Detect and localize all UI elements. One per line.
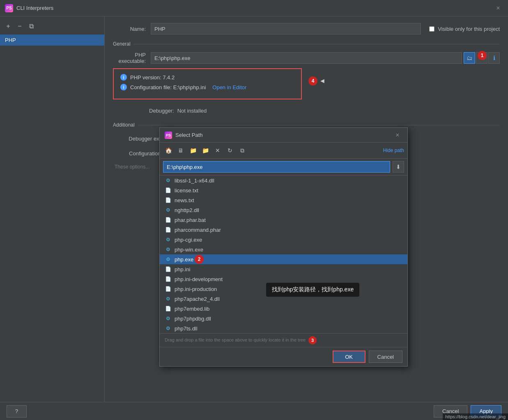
file-icon-exe-selected: ⚙ [165, 256, 171, 263]
list-item[interactable]: 📄 php7embed.lib [160, 304, 407, 314]
list-item[interactable]: ⚙ libssl-1_1-x64.dll [160, 175, 407, 185]
window-title: CLI Interpreters [16, 5, 53, 11]
delete-button[interactable]: ✕ [212, 145, 223, 156]
debugger-row: Debugger: Not installed [113, 108, 500, 114]
list-item[interactable]: 📄 phar.phar.bat [160, 215, 407, 225]
dialog-title-bar: PS Select Path × [160, 128, 407, 143]
file-name: php.ini-development [175, 276, 223, 282]
file-icon-lib: 📄 [165, 305, 171, 312]
list-item-php-exe[interactable]: ⚙ php.exe 2 [160, 254, 407, 264]
list-item[interactable]: ⚙ nghttp2.dll [160, 205, 407, 215]
file-name: php-win.exe [175, 247, 203, 253]
folder-button[interactable]: 📁 [188, 145, 198, 156]
cancel-dialog-button[interactable]: Cancel [369, 351, 402, 363]
file-list: ⚙ libssl-1_1-x64.dll 📄 license.txt 📄 new… [160, 175, 407, 333]
file-name: php-cgi.exe [175, 237, 202, 243]
badge-1: 1 [478, 51, 487, 60]
php-executable-row: PHP executable: 🗂 ↻ ℹ 1 [113, 52, 500, 64]
file-name: php.ini [175, 266, 190, 272]
arrow-icon: ◄ [319, 77, 326, 85]
link-button[interactable]: ⧉ [237, 145, 248, 156]
general-section-header: General [113, 41, 500, 47]
sidebar-toolbar: + − ⧉ [0, 20, 104, 35]
file-name: news.txt [175, 197, 194, 203]
file-name: license.txt [175, 187, 198, 194]
file-icon-exe: ⚙ [165, 246, 171, 253]
file-name-php-exe: php.exe [175, 256, 193, 263]
file-name: libssl-1_1-x64.dll [175, 178, 214, 184]
list-item[interactable]: ⚙ php7apache2_4.dll [160, 294, 407, 304]
list-item[interactable]: 📄 php.ini [160, 264, 407, 274]
list-item[interactable]: 📄 license.txt [160, 185, 407, 195]
file-icon-dll4: ⚙ [165, 325, 171, 332]
dialog-toolbar: 🏠 🖥 📁 📁 ✕ ↻ ⧉ Hide path [160, 143, 407, 159]
file-name: php7phpdbg.dll [175, 316, 211, 322]
file-icon-dll: ⚙ [165, 177, 171, 184]
list-item[interactable]: ⚙ php7phpdbg.dll [160, 314, 407, 323]
dialog-close-button[interactable]: × [393, 130, 402, 140]
visible-checkbox-label: Visible only for this project [429, 26, 500, 32]
name-row: Name: Visible only for this project [113, 23, 500, 35]
file-icon-phar: 📄 [165, 226, 171, 233]
status-text: Drag and drop a file into the space abov… [165, 337, 306, 342]
visible-checkbox[interactable] [429, 26, 434, 32]
list-item[interactable]: 📄 php.ini-production [160, 284, 407, 294]
sidebar: + − ⧉ PHP [0, 16, 105, 402]
info-php-button[interactable]: ℹ [488, 52, 500, 64]
php-version-row: i PHP version: 7.4.2 [120, 74, 294, 81]
badge-4: 4 [308, 76, 317, 85]
remove-interpreter-button[interactable]: − [15, 21, 25, 31]
sidebar-item-php[interactable]: PHP [0, 35, 104, 46]
path-input-row: ⬇ [160, 159, 407, 175]
add-interpreter-button[interactable]: + [3, 21, 13, 31]
refresh-dialog-button[interactable]: ↻ [225, 145, 235, 156]
path-input[interactable] [163, 161, 390, 173]
list-item[interactable]: 📄 php.ini-development [160, 274, 407, 284]
php-executable-input[interactable] [151, 52, 462, 64]
list-item[interactable]: 📄 pharcommand.phar [160, 225, 407, 235]
home-button[interactable]: 🏠 [163, 145, 174, 156]
new-folder-button[interactable]: 📁 [200, 145, 211, 156]
csdn-url: https://blog.csdn.net/dear_jing [445, 414, 506, 419]
browse-php-button[interactable]: 🗂 [464, 52, 475, 64]
dialog-app-icon: PS [165, 132, 172, 139]
file-name: pharcommand.phar [175, 227, 221, 233]
file-icon-dll2: ⚙ [165, 295, 171, 302]
list-item[interactable]: ⚙ php7ts.dll [160, 323, 407, 333]
info-icon-config: i [120, 84, 127, 90]
file-icon-txt: 📄 [165, 197, 171, 203]
close-button[interactable]: × [493, 3, 503, 13]
copy-interpreter-button[interactable]: ⧉ [26, 21, 36, 31]
php-executable-label: PHP executable: [113, 52, 146, 64]
list-item[interactable]: ⚙ php-cgi.exe [160, 235, 407, 245]
open-in-editor-link[interactable]: Open in Editor [212, 84, 246, 90]
file-name: phar.phar.bat [175, 217, 206, 223]
dialog-status-bar: Drag and drop a file into the space abov… [160, 333, 407, 347]
title-bar: PS CLI Interpreters × [0, 0, 508, 16]
file-name: nghttp2.dll [175, 207, 199, 213]
file-icon-ini: 📄 [165, 266, 171, 272]
ok-button[interactable]: OK [333, 351, 365, 363]
file-icon-exe: ⚙ [165, 236, 171, 243]
desktop-button[interactable]: 🖥 [175, 145, 186, 156]
file-name: php7apache2_4.dll [175, 296, 220, 302]
badge-3: 3 [308, 336, 317, 344]
file-icon-dll3: ⚙ [165, 315, 171, 322]
bottom-bar: ? Cancel Apply [0, 402, 508, 420]
name-input[interactable] [151, 23, 421, 35]
select-path-dialog: PS Select Path × 🏠 🖥 📁 📁 ✕ ↻ ⧉ Hide path… [159, 127, 408, 367]
dialog-title-text: Select Path [175, 132, 203, 138]
app-icon: PS [5, 4, 13, 12]
php-version-text: PHP version: 7.4.2 [130, 74, 175, 81]
list-item[interactable]: ⚙ php-win.exe [160, 245, 407, 254]
php-info-box: i PHP version: 7.4.2 i Configuration fil… [113, 68, 302, 99]
file-name: php.ini-production [175, 286, 217, 292]
help-button[interactable]: ? [7, 405, 27, 418]
debugger-ext-label: Debugger ext: [113, 136, 162, 142]
badge-2: 2 [195, 255, 204, 264]
list-item[interactable]: 📄 news.txt [160, 195, 407, 205]
path-download-button[interactable]: ⬇ [393, 161, 404, 173]
csdn-watermark: https://blog.csdn.net/dear_jing [443, 413, 508, 420]
file-icon-ini2: 📄 [165, 276, 171, 282]
hide-path-link[interactable]: Hide path [383, 148, 404, 153]
